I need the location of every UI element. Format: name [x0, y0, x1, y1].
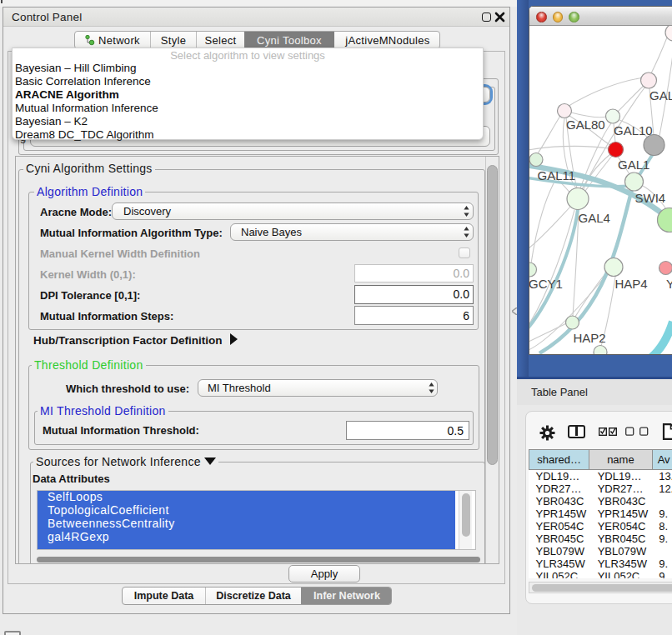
- svg-text:GCY1: GCY1: [529, 277, 563, 291]
- svg-text:GAL1: GAL1: [618, 158, 649, 172]
- svg-text:YJ: YJ: [666, 277, 672, 291]
- svg-text:HAP2: HAP2: [574, 331, 606, 345]
- svg-text:GAL10: GAL10: [614, 123, 653, 138]
- svg-text:GAL4: GAL4: [579, 211, 610, 225]
- svg-text:GAL80: GAL80: [566, 118, 605, 132]
- svg-text:GAL7: GAL7: [649, 88, 672, 102]
- svg-text:HAP4: HAP4: [615, 277, 648, 291]
- svg-text:SWI4: SWI4: [635, 191, 666, 205]
- svg-text:GAL11: GAL11: [538, 168, 576, 182]
